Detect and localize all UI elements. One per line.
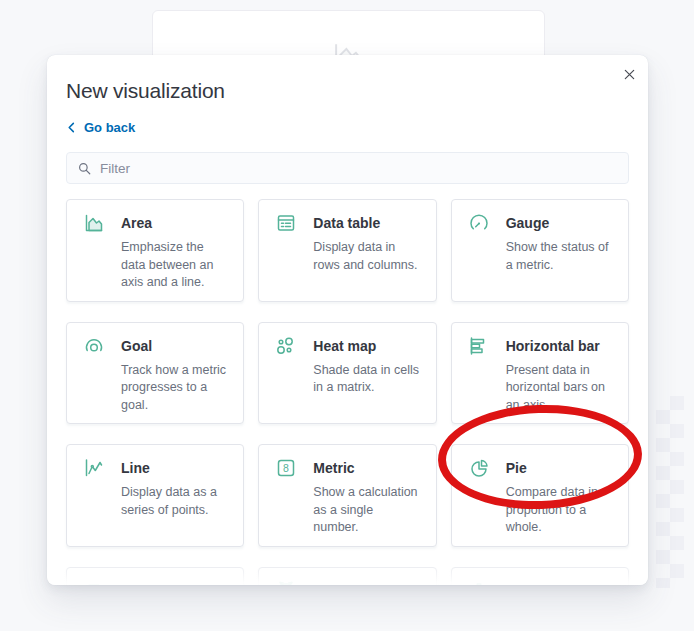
metric-icon: 8 <box>274 456 298 480</box>
card-description: Present data in horizontal bars on an ax… <box>506 362 614 415</box>
line-icon <box>82 456 106 480</box>
new-visualization-modal: New visualization Go back Are <box>47 55 648 585</box>
go-back-label: Go back <box>84 120 135 135</box>
go-back-link[interactable]: Go back <box>66 120 135 135</box>
visualization-card-vertical-bar[interactable]: Vertical bar Present data in vertical ba… <box>451 567 629 586</box>
heat-map-icon <box>274 334 298 358</box>
card-description: Track how a metric progresses to a goal. <box>121 362 229 415</box>
card-description: Show the status of a metric. <box>506 239 614 274</box>
card-description: Show a calculation as a single number. <box>313 484 421 537</box>
visualization-card-goal[interactable]: Goal Track how a metric progresses to a … <box>66 322 244 425</box>
area-icon <box>82 211 106 235</box>
card-title: Area <box>121 215 152 231</box>
visualization-card-gauge[interactable]: Gauge Show the status of a metric. <box>451 199 629 302</box>
visualization-card-heat-map[interactable]: Heat map Shade data in cells in a matrix… <box>258 322 436 425</box>
gauge-icon <box>467 211 491 235</box>
filter-input[interactable] <box>100 161 618 176</box>
tag-cloud-icon <box>82 579 106 586</box>
card-title: Metric <box>313 460 354 476</box>
visualization-card-tag-cloud[interactable]: Tag cloud Display word frequency with fo… <box>66 567 244 586</box>
card-title: Horizontal bar <box>506 338 600 354</box>
horizontal-bar-icon <box>467 334 491 358</box>
data-table-icon <box>274 211 298 235</box>
card-description: Emphasize the data between an axis and a… <box>121 239 229 292</box>
card-title: Tag cloud <box>121 583 186 586</box>
visualization-card-area[interactable]: Area Emphasize the data between an axis … <box>66 199 244 302</box>
visualization-card-timelion[interactable]: Timelion Show time series data on a grap… <box>258 567 436 586</box>
visualization-card-pie[interactable]: Pie Compare data in proportion to a whol… <box>451 444 629 547</box>
goal-icon <box>82 334 106 358</box>
visualization-card-data-table[interactable]: Data table Display data in rows and colu… <box>258 199 436 302</box>
card-description: Compare data in proportion to a whole. <box>506 484 614 537</box>
close-icon[interactable] <box>618 63 640 85</box>
filter-search-bar <box>66 152 629 184</box>
visualization-card-horizontal-bar[interactable]: Horizontal bar Present data in horizonta… <box>451 322 629 425</box>
card-description: Display data as a series of points. <box>121 484 229 519</box>
card-title: Heat map <box>313 338 376 354</box>
visualization-type-grid: Area Emphasize the data between an axis … <box>66 199 629 585</box>
card-title: Vertical bar <box>506 583 582 586</box>
chevron-left-icon <box>66 122 77 133</box>
card-description: Shade data in cells in a matrix. <box>313 362 421 397</box>
card-title: Timelion <box>313 583 370 586</box>
card-title: Data table <box>313 215 380 231</box>
visualization-card-metric[interactable]: 8 Metric Show a calculation as a single … <box>258 444 436 547</box>
background-checker-pattern <box>656 396 684 588</box>
page-title: New visualization <box>66 79 629 103</box>
card-title: Line <box>121 460 150 476</box>
card-title: Pie <box>506 460 527 476</box>
svg-text:8: 8 <box>283 462 289 474</box>
vertical-bar-icon <box>467 579 491 586</box>
card-title: Goal <box>121 338 152 354</box>
visualization-card-line[interactable]: Line Display data as a series of points. <box>66 444 244 547</box>
timelion-icon <box>274 579 298 586</box>
card-title: Gauge <box>506 215 550 231</box>
search-icon <box>77 161 92 176</box>
card-description: Display data in rows and columns. <box>313 239 421 274</box>
pie-icon <box>467 456 491 480</box>
